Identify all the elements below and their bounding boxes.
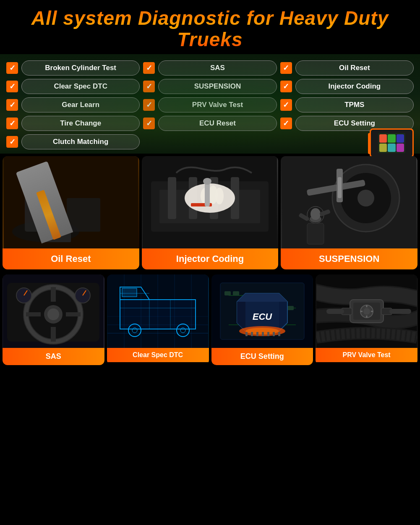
feature-col-2: SAS SUSPENSION PRV Valve Test ECU Reset [143, 60, 277, 149]
prv-svg [316, 274, 417, 348]
svg-rect-7 [42, 234, 71, 242]
ecu-image: ECU [211, 274, 313, 348]
checkbox-icon [280, 81, 292, 92]
card-prv-valve: PRV Valve Test [316, 274, 417, 365]
feature-label: Oil Reset [295, 60, 414, 76]
feature-label: SUSPENSION [158, 79, 277, 94]
sas-svg [3, 274, 104, 348]
svg-point-25 [357, 190, 374, 206]
feature-label: Gear Learn [21, 97, 140, 112]
feature-item: TPMS [280, 97, 414, 112]
card-clear-spec-dtc: Clear Spec DTC [107, 274, 209, 365]
checkbox-icon [143, 62, 155, 74]
svg-point-97 [363, 308, 370, 315]
oil-reset-image [3, 156, 139, 248]
card-sas: SAS [3, 274, 104, 365]
feature-item: SAS [143, 60, 277, 76]
checkbox-icon [143, 118, 155, 129]
card-label-clear-spec-dtc: Clear Spec DTC [107, 348, 209, 362]
checkbox-icon [6, 81, 18, 92]
prv-image [316, 274, 417, 348]
checkbox-icon [280, 99, 292, 111]
card-label-injector: Injector Coding [142, 248, 279, 269]
card-ecu-setting: ECU ECU Setting [211, 274, 313, 365]
header-section: All system Diagnostic for Heavy Duty Tru… [0, 0, 420, 54]
svg-point-44 [47, 308, 59, 320]
card-label-oil-reset: Oil Reset [3, 248, 139, 269]
feature-item: Gear Learn [6, 97, 140, 112]
oil-reset-svg [4, 156, 138, 248]
svg-rect-77 [233, 291, 239, 295]
card-oil-reset: Oil Reset [3, 156, 139, 269]
checkbox-icon [6, 136, 18, 148]
svg-rect-60 [122, 288, 137, 297]
svg-rect-2 [25, 190, 42, 232]
card-suspension: SUSPENSION [281, 156, 417, 269]
svg-rect-11 [168, 177, 176, 219]
feature-label: Injector Coding [295, 79, 414, 94]
svg-marker-80 [237, 293, 287, 302]
svg-rect-28 [338, 177, 342, 198]
ecu-svg: ECU [212, 274, 313, 348]
features-grid: Broken Cylinder Test Clear Spec DTC Gear… [6, 60, 414, 149]
card-label-ecu-setting: ECU Setting [211, 348, 313, 365]
svg-rect-3 [67, 198, 100, 232]
svg-rect-89 [262, 332, 264, 336]
svg-text:ECU: ECU [253, 311, 273, 322]
feature-label: Broken Cylinder Test [21, 60, 140, 76]
features-section: Broken Cylinder Test Clear Spec DTC Gear… [0, 54, 420, 154]
suspension-svg [282, 156, 416, 248]
card-label-sas: SAS [3, 348, 104, 365]
svg-rect-87 [251, 332, 253, 336]
svg-point-31 [310, 208, 321, 220]
page-title: All system Diagnostic for Heavy Duty Tru… [4, 8, 416, 50]
gallery-bottom: SAS [0, 272, 420, 368]
checkbox-icon [143, 99, 155, 111]
truck-image [107, 274, 209, 348]
feature-item: Clutch Matching [6, 134, 140, 149]
feature-item: SUSPENSION [143, 79, 277, 94]
feature-label: ECU Reset [158, 116, 277, 131]
svg-point-18 [215, 188, 224, 204]
feature-label: SAS [158, 60, 277, 76]
checkbox-icon [6, 118, 18, 129]
checkbox-icon [6, 62, 18, 74]
feature-item: Tire Change [6, 116, 140, 131]
feature-item: Broken Cylinder Test [6, 60, 140, 76]
card-injector-coding: Injector Coding [142, 156, 279, 269]
device-illustration [370, 128, 414, 158]
svg-rect-76 [224, 291, 231, 295]
svg-rect-78 [287, 306, 294, 310]
feature-item: ECU Reset [143, 116, 277, 131]
feature-item: Oil Reset [280, 60, 414, 76]
feature-col-3: Oil Reset Injector Coding TPMS ECU Setti… [280, 60, 414, 149]
checkbox-icon [6, 99, 18, 111]
svg-rect-86 [245, 332, 248, 336]
svg-rect-88 [256, 332, 258, 336]
gallery-top: Oil Reset [0, 154, 420, 272]
svg-rect-91 [273, 332, 275, 336]
suspension-image [281, 156, 417, 248]
sas-image [3, 274, 104, 348]
truck-svg [107, 274, 208, 348]
svg-rect-92 [278, 332, 280, 336]
feature-label: TPMS [295, 97, 414, 112]
card-label-suspension: SUSPENSION [281, 248, 417, 269]
svg-rect-68 [120, 300, 196, 329]
svg-rect-32 [307, 223, 324, 244]
svg-rect-20 [205, 181, 210, 206]
feature-item: Injector Coding [280, 79, 414, 94]
feature-item: Clear Spec DTC [6, 79, 140, 94]
svg-point-21 [203, 178, 211, 185]
feature-label: Clutch Matching [21, 134, 140, 149]
checkbox-icon [280, 62, 292, 74]
feature-col-1: Broken Cylinder Test Clear Spec DTC Gear… [6, 60, 140, 149]
feature-label: PRV Valve Test [158, 97, 277, 112]
feature-label: Clear Spec DTC [21, 79, 140, 94]
card-label-prv-valve: PRV Valve Test [316, 348, 417, 362]
feature-label: Tire Change [21, 116, 140, 131]
injector-svg [143, 156, 277, 248]
svg-rect-90 [267, 332, 269, 336]
checkbox-icon [280, 118, 292, 129]
injector-coding-image [142, 156, 279, 248]
